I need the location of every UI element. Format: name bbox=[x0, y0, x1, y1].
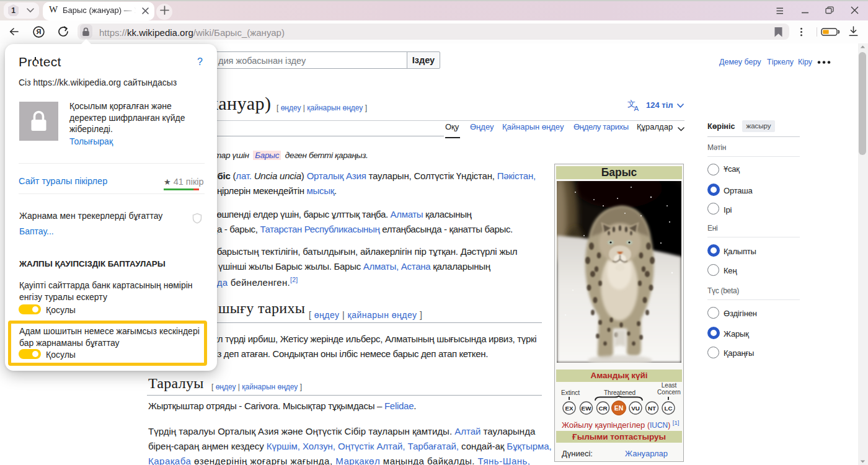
svg-text:EW: EW bbox=[582, 405, 592, 412]
svg-text:EX: EX bbox=[565, 405, 574, 412]
svg-text:LC: LC bbox=[664, 405, 672, 412]
svg-text:Я: Я bbox=[37, 28, 42, 35]
svg-text:NT: NT bbox=[648, 405, 656, 412]
svg-text:VU: VU bbox=[631, 405, 640, 412]
svg-text:A: A bbox=[634, 105, 639, 112]
svg-text:CR: CR bbox=[598, 405, 607, 412]
svg-text:EN: EN bbox=[614, 404, 624, 412]
